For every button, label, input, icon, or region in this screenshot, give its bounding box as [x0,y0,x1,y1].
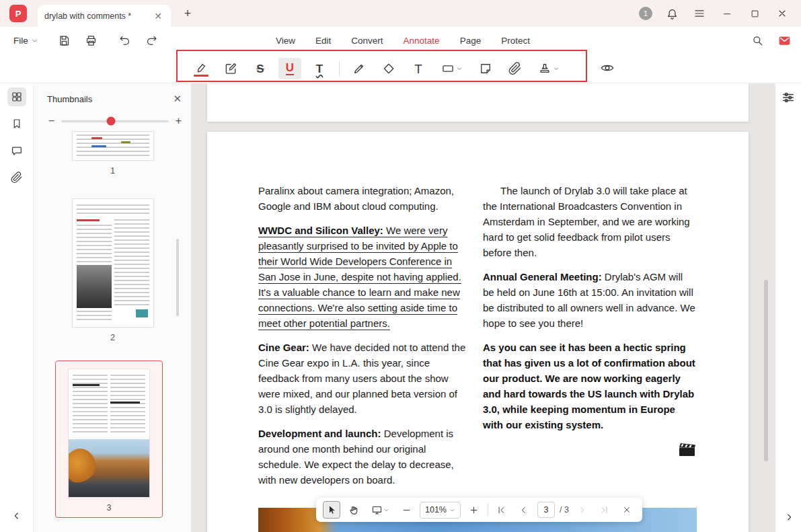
bell-icon[interactable] [664,5,680,22]
redo-button[interactable] [143,32,161,49]
file-menu[interactable]: File [13,36,38,46]
thumbnail-page-number: 3 [107,503,112,512]
paragraph-lead: Annual General Meeting: [483,271,605,282]
stamp-tool[interactable] [533,58,564,79]
display-settings-button[interactable] [781,90,797,106]
page-2-bottom[interactable] [207,83,749,122]
previous-page-button[interactable] [515,501,533,519]
strikethrough-tool[interactable]: S [249,58,272,79]
close-window-button[interactable] [774,5,790,22]
paperclip-icon [11,172,23,184]
preview-mode-button[interactable] [596,56,619,79]
bookmark-icon [11,118,23,130]
thumbnail-page-preview [73,132,153,160]
menu-page[interactable]: Page [460,31,482,50]
plus-icon [469,505,479,515]
last-page-icon [599,505,609,515]
thumbnail-zoom-in-button[interactable]: + [176,116,182,126]
squiggly-underline-tool[interactable]: T [308,58,331,79]
hamburger-menu-icon[interactable] [691,5,708,22]
paperclip-icon [508,62,522,75]
stamp-icon [538,62,551,75]
bookmarks-panel-button[interactable] [7,114,26,133]
thumbnails-panel-title: Thumbnails [47,94,173,104]
thumbnail-item-2[interactable]: 2 [34,199,192,342]
menu-protect[interactable]: Protect [501,31,530,50]
chevron-down-icon [449,507,455,513]
document-scrollbar[interactable] [764,280,768,461]
menu-edit[interactable]: Edit [315,31,331,50]
feedback-mail-icon[interactable] [775,32,793,49]
next-page-button[interactable] [574,501,591,519]
left-panel-strip [0,83,34,532]
print-button[interactable] [83,32,100,49]
floating-status-bar: 101% 3 / 3 [316,498,642,522]
chevron-down-icon [553,65,560,72]
save-button[interactable] [56,32,73,49]
notification-badge[interactable]: 1 [639,7,652,20]
document-view[interactable]: Paralinx about camera integration; Amazo… [192,83,775,532]
page-3[interactable]: Paralinx about camera integration; Amazo… [207,132,749,532]
undo-button[interactable] [116,32,134,49]
maximize-button[interactable] [747,5,763,22]
slider-knob[interactable] [106,117,115,126]
text-comment-tool[interactable]: T [407,58,430,79]
zoom-in-button[interactable] [465,501,483,519]
statusbar-divider [488,503,488,517]
left-text-column: Paralinx about camera integration; Amazo… [258,183,467,496]
thumbnails-panel-button[interactable] [7,87,26,106]
thumbnail-page-preview [69,369,149,497]
view-mode-button[interactable] [367,501,393,519]
chevron-left-icon [11,510,22,521]
menu-view[interactable]: View [276,31,295,50]
hand-pan-button[interactable] [345,501,363,519]
comments-panel-button[interactable] [7,141,26,160]
new-tab-button[interactable]: + [179,5,196,22]
thumbnail-item-3-selected[interactable]: 3 [55,360,163,518]
menu-bar: File View Edit Convert Annotate Page Pro… [0,27,801,54]
shapes-tool[interactable] [436,58,467,79]
paragraph-lead: WWDC and Silicon Valley: [258,225,386,236]
collapse-left-panel-button[interactable] [7,506,26,525]
menu-convert[interactable]: Convert [351,31,383,50]
underline-tool[interactable]: U [278,58,301,79]
expand-right-panel-button[interactable] [781,509,797,525]
sticky-note-tool[interactable] [474,58,497,79]
pencil-comment-tool[interactable] [219,58,242,79]
pencil-icon [352,62,366,75]
document-tab[interactable]: drylab with comments * ✕ [38,5,171,27]
paragraph-text: As you can see it has been a hectic spri… [483,342,695,430]
tab-close-icon[interactable]: ✕ [152,10,164,22]
eraser-icon [382,62,395,75]
attachments-panel-button[interactable] [7,168,26,187]
minus-icon [402,505,412,515]
zoom-out-button[interactable] [397,501,415,519]
close-panel-icon[interactable]: ✕ [173,93,182,105]
first-page-button[interactable] [493,501,510,519]
text-tool-icon: T [414,63,422,75]
close-statusbar-button[interactable] [618,501,636,519]
page-number-input[interactable]: 3 [537,502,555,518]
attachment-tool[interactable] [504,58,527,79]
zoom-level-dropdown[interactable]: 101% [420,502,461,519]
thumbnail-page-number: 1 [110,166,115,176]
tab-bar: P drylab with comments * ✕ + 1 [0,0,801,27]
chevron-left-icon [519,505,529,515]
select-cursor-button[interactable] [323,501,340,519]
eraser-tool[interactable] [377,58,400,79]
chevron-down-icon [383,507,389,513]
thumbnail-zoom-out-button[interactable]: − [48,116,54,126]
last-page-button[interactable] [596,501,613,519]
paragraph-text: Paralinx about camera integration; Amazo… [258,185,454,212]
thumbnail-size-slider[interactable] [61,120,168,122]
search-icon[interactable] [749,32,766,49]
highlight-tool[interactable] [190,58,213,79]
menu-annotate[interactable]: Annotate [404,31,440,50]
thumbnails-scrollbar[interactable] [176,239,179,316]
thumbnail-item-1[interactable]: 1 [34,132,192,176]
chevron-right-icon [784,512,794,523]
minimize-button[interactable] [719,5,735,22]
underlined-annotation-paragraph: WWDC and Silicon Valley: We were very pl… [258,223,467,331]
pencil-tool[interactable] [348,58,371,79]
comment-bubble-icon [11,145,23,157]
